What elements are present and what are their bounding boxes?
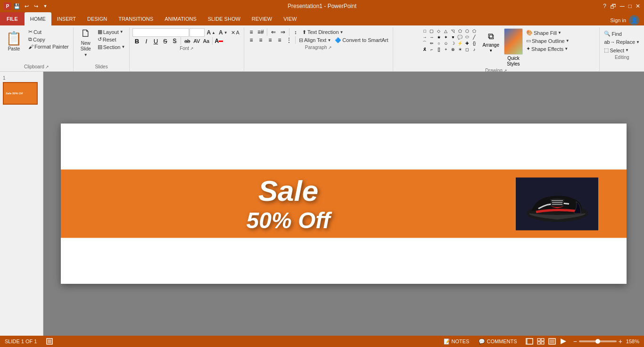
- align-text-button[interactable]: ⊟ Align Text ▼: [297, 37, 332, 44]
- arrange-button[interactable]: ⧉ Arrange ▼: [479, 28, 502, 56]
- font-size-input[interactable]: 7.8: [190, 28, 205, 37]
- shape-plus[interactable]: +: [443, 47, 449, 52]
- restore-icon[interactable]: 🗗: [610, 3, 616, 10]
- tab-insert[interactable]: INSERT: [51, 12, 82, 25]
- slideshow-button[interactable]: [558, 337, 569, 346]
- shape-sun[interactable]: ☀: [457, 47, 463, 52]
- font-name-input[interactable]: [132, 28, 189, 37]
- tab-view[interactable]: VIEW: [278, 12, 302, 25]
- bold-button[interactable]: B: [132, 37, 141, 45]
- minimize-icon[interactable]: ─: [620, 2, 625, 10]
- align-left-button[interactable]: ≡: [247, 36, 256, 44]
- shape-dbl-arrow[interactable]: ↔: [429, 34, 435, 40]
- help-icon[interactable]: ?: [603, 3, 606, 9]
- find-button[interactable]: 🔍 Find: [603, 30, 641, 37]
- shape-rect[interactable]: □: [421, 28, 428, 33]
- font-group-label[interactable]: Font ↗: [132, 45, 241, 52]
- zoom-plus-button[interactable]: +: [619, 338, 622, 345]
- shape-bracket[interactable]: []: [436, 47, 442, 52]
- columns-button[interactable]: ⋮: [285, 36, 293, 44]
- new-slide-button[interactable]: 🗋 NewSlide ▼: [76, 28, 95, 56]
- format-painter-button[interactable]: 🖌 Format Painter: [27, 43, 70, 50]
- shape-right-triangle[interactable]: ◹: [450, 28, 456, 33]
- align-center-button[interactable]: ≡: [256, 36, 265, 44]
- quick-styles-button[interactable]: QuickStyles: [504, 28, 523, 67]
- zoom-minus-button[interactable]: −: [573, 338, 577, 345]
- fit-slide-button[interactable]: [44, 338, 55, 345]
- clear-format-button[interactable]: ✕A: [230, 29, 241, 36]
- customize-quick-access-icon[interactable]: ▼: [41, 2, 49, 10]
- shape-line[interactable]: ╱: [471, 34, 477, 40]
- paste-button[interactable]: 📋 Paste: [3, 28, 25, 56]
- justify-button[interactable]: ≡: [275, 36, 284, 44]
- shape-tab[interactable]: ⌐: [429, 47, 435, 52]
- shape-pentagon[interactable]: ⬠: [457, 28, 463, 33]
- shape-oval[interactable]: ○: [436, 41, 442, 46]
- shape-star4[interactable]: ✦: [443, 34, 449, 40]
- tab-review[interactable]: REVIEW: [246, 12, 278, 25]
- clipboard-group-label[interactable]: Clipboard ↗: [3, 63, 70, 70]
- comments-button[interactable]: 💬 COMMENTS: [476, 338, 519, 345]
- cut-button[interactable]: ✂ Cut: [27, 28, 70, 35]
- sign-in-button[interactable]: Sign in 👤: [605, 15, 644, 25]
- shape-moon[interactable]: ☽: [450, 41, 456, 46]
- tab-transitions[interactable]: TRANSITIONS: [113, 12, 159, 25]
- shape-flowchart[interactable]: ◻: [464, 47, 470, 52]
- strikethrough-button[interactable]: S: [161, 37, 169, 45]
- shape-brace[interactable]: {}: [471, 41, 477, 46]
- maximize-icon[interactable]: □: [628, 3, 632, 9]
- shape-heart[interactable]: ♥: [450, 34, 456, 40]
- shoe-image[interactable]: [516, 177, 598, 230]
- shape-cylinder[interactable]: ⬭: [464, 34, 470, 40]
- line-spacing-button[interactable]: ↕: [291, 28, 300, 36]
- shape-triangle[interactable]: △: [443, 28, 449, 33]
- char-spacing-button[interactable]: AV: [192, 37, 201, 45]
- notes-button[interactable]: 📝 NOTES: [441, 338, 472, 345]
- shape-no[interactable]: ⊗: [450, 47, 456, 52]
- reading-view-button[interactable]: [547, 337, 557, 346]
- convert-smartart-button[interactable]: 🔷 Convert to SmartArt: [333, 37, 389, 44]
- select-button[interactable]: ⬚ Select ▼: [603, 47, 641, 54]
- tab-design[interactable]: DESIGN: [82, 12, 113, 25]
- normal-view-button[interactable]: [524, 337, 535, 346]
- shape-curve[interactable]: ⌒: [421, 41, 428, 46]
- underline-button[interactable]: U: [151, 37, 160, 45]
- undo-icon[interactable]: ↩: [23, 2, 30, 10]
- slide-thumbnail[interactable]: Sale 50% Off: [3, 82, 38, 105]
- decrease-font-button[interactable]: A▼: [217, 29, 229, 36]
- numbered-list-button[interactable]: ≡#: [256, 28, 265, 36]
- tab-home[interactable]: HOME: [25, 12, 51, 25]
- shape-arrow[interactable]: →: [421, 34, 428, 40]
- slide-sorter-button[interactable]: [536, 337, 546, 346]
- zoom-slider[interactable]: [579, 340, 617, 342]
- tab-file[interactable]: FILE: [0, 12, 25, 25]
- shape-octagon[interactable]: ⬠: [471, 28, 477, 33]
- shape-outline-button[interactable]: ▭ Shape Outline ▼: [525, 37, 571, 44]
- change-case-button[interactable]: Aa: [202, 37, 210, 45]
- shape-cross[interactable]: ✚: [464, 41, 470, 46]
- shape-callout[interactable]: 💬: [457, 34, 463, 40]
- save-icon[interactable]: 💾: [13, 2, 21, 10]
- increase-indent-button[interactable]: ⇒: [279, 28, 287, 36]
- shape-note[interactable]: ♪: [471, 47, 477, 52]
- paragraph-group-label[interactable]: Paragraph ↗: [247, 44, 390, 51]
- shape-lightning[interactable]: ⚡: [457, 41, 463, 46]
- shape-freeform[interactable]: ✏: [429, 41, 435, 46]
- tab-animations[interactable]: ANIMATIONS: [159, 12, 202, 25]
- shape-star5[interactable]: ★: [436, 34, 442, 40]
- text-shadow-button[interactable]: S: [170, 37, 179, 45]
- shape-ribbon[interactable]: 🎗: [421, 47, 428, 52]
- shape-smiley[interactable]: ☺: [443, 41, 449, 46]
- decrease-indent-button[interactable]: ⇐: [269, 28, 278, 36]
- section-button[interactable]: ▤ Section ▼: [96, 43, 127, 50]
- strikethrough2-button[interactable]: ab: [183, 37, 191, 45]
- layout-button[interactable]: ▦ Layout ▼: [96, 28, 127, 35]
- align-right-button[interactable]: ≡: [266, 36, 274, 44]
- shape-rounded-rect[interactable]: ▢: [429, 28, 435, 33]
- replace-button[interactable]: ab→ Replace ▼: [603, 39, 641, 45]
- copy-button[interactable]: ⧉ Copy: [27, 36, 70, 43]
- text-direction-button[interactable]: ⬆ Text Direction ▼: [301, 29, 345, 36]
- redo-icon[interactable]: ↪: [32, 2, 40, 10]
- reset-button[interactable]: ↺ Reset: [96, 36, 127, 43]
- bullet-list-button[interactable]: ≡: [247, 28, 256, 36]
